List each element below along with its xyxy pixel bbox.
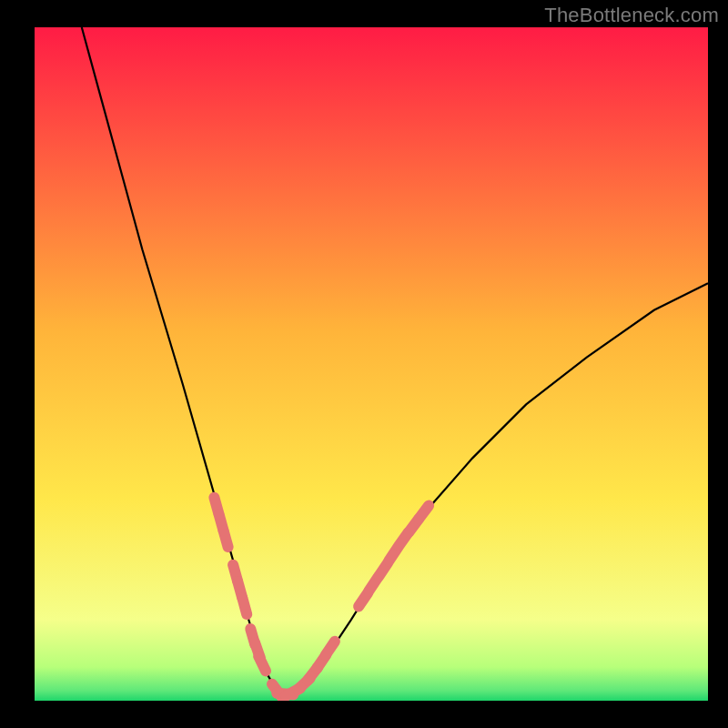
chart-frame: TheBottleneck.com — [0, 0, 728, 728]
curve-marker — [326, 642, 335, 655]
plot-svg — [35, 27, 708, 701]
watermark-text: TheBottleneck.com — [544, 4, 719, 27]
curve-marker — [243, 599, 248, 614]
curve-marker — [258, 656, 266, 671]
curve-marker — [224, 531, 228, 547]
plot-area — [35, 27, 708, 701]
gradient-background — [35, 27, 708, 701]
